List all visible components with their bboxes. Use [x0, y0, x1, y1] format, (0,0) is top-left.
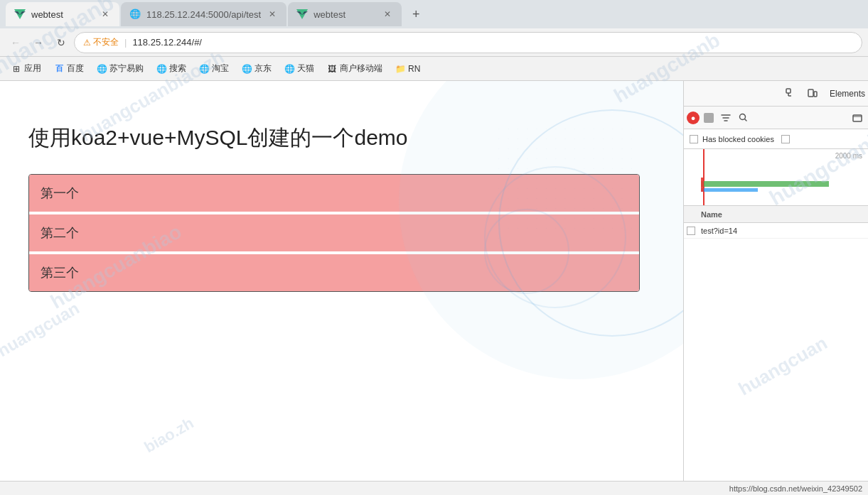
tab-label-2: 118.25.12.244:5000/api/test [146, 9, 261, 20]
bookmark-jd[interactable]: 🌐 京东 [236, 60, 277, 77]
device-toolbar-icon[interactable] [803, 84, 823, 104]
bookmark-apps[interactable]: ⊞ 应用 [6, 60, 47, 77]
bookmark-baidu-label: 百度 [67, 62, 84, 75]
reload-button[interactable]: ↻ [51, 33, 71, 53]
network-list-header: Name [684, 206, 868, 223]
back-button[interactable]: ← [6, 33, 26, 53]
tmall-icon: 🌐 [284, 64, 294, 74]
has-blocked-cookies-checkbox[interactable] [690, 135, 698, 143]
security-warning: ⚠ 不安全 [83, 36, 119, 48]
net-item-name-1: test?id=14 [701, 227, 865, 235]
filter-network-icon[interactable] [718, 110, 734, 126]
has-blocked-cookies-label: Has blocked cookies [702, 135, 774, 143]
timeline-svg [684, 149, 868, 205]
address-bar[interactable]: ⚠ 不安全 | 118.25.12.244/#/ [74, 32, 862, 53]
list-item-1: 第一个 [29, 175, 639, 214]
tab-close-3[interactable]: ✕ [382, 9, 393, 20]
bookmark-baidu[interactable]: 百 百度 [48, 60, 90, 77]
clear-network-button[interactable] [704, 113, 714, 123]
bookmark-apps-label: 应用 [24, 62, 41, 75]
new-tab-button[interactable]: + [406, 4, 426, 24]
record-network-button[interactable]: ● [687, 111, 700, 124]
list-item-2-text: 第二个 [41, 226, 79, 240]
security-label: 不安全 [93, 36, 119, 48]
bookmark-merchant[interactable]: 🖼 商户移动端 [321, 60, 388, 77]
status-bar: https://blog.csdn.net/weixin_42349502 [0, 481, 868, 495]
status-url: https://blog.csdn.net/weixin_42349502 [729, 484, 862, 493]
tab-webtest-3[interactable]: webtest ✕ [288, 2, 402, 26]
vue-favicon-3 [296, 9, 308, 20]
forward-button[interactable]: → [28, 33, 48, 53]
svg-rect-8 [814, 92, 817, 97]
inspect-element-icon[interactable] [781, 84, 801, 104]
svg-rect-12 [701, 181, 829, 187]
apps-grid-icon: ⊞ [11, 64, 21, 74]
bookmark-search-label: 搜索 [169, 62, 186, 75]
jd-icon: 🌐 [242, 64, 252, 74]
address-divider: | [124, 37, 127, 48]
tab-webtest-1[interactable]: webtest ✕ [6, 2, 119, 26]
bookmark-rn[interactable]: 📁 RN [390, 61, 426, 77]
devtools-panel: Elements ● [683, 81, 868, 495]
list-item-1-text: 第一个 [41, 186, 79, 200]
devtools-toolbar: Elements [684, 81, 868, 107]
svg-rect-10 [853, 115, 862, 121]
bookmark-search[interactable]: 🌐 搜索 [151, 60, 192, 77]
list-item-3: 第三个 [29, 254, 639, 291]
browser-chrome: webtest ✕ 🌐 118.25.12.244:5000/api/test … [0, 0, 868, 81]
merchant-icon: 🖼 [327, 64, 337, 74]
bookmark-jd-label: 京东 [254, 62, 272, 75]
tab-close-2[interactable]: ✕ [267, 9, 278, 20]
bookmark-suning[interactable]: 🌐 苏宁易购 [91, 60, 149, 77]
elements-tab-label[interactable]: Elements [830, 89, 865, 99]
filter-row: Has blocked cookies [684, 129, 868, 149]
main-area: · · · · · · · · · · · · · · · · · · · · … [0, 81, 868, 495]
baidu-icon: 百 [54, 64, 64, 74]
address-bar-row: ← → ↻ ⚠ 不安全 | 118.25.12.244/#/ [0, 28, 868, 57]
svg-rect-14 [701, 178, 704, 192]
page-content: · · · · · · · · · · · · · · · · · · · · … [0, 81, 683, 495]
name-column-header: Name [701, 210, 865, 219]
search-network-icon[interactable] [735, 110, 751, 126]
svg-rect-13 [701, 188, 758, 192]
list-item-2: 第二个 [29, 214, 639, 254]
search-bm-icon: 🌐 [156, 64, 166, 74]
taobao-icon: 🌐 [199, 64, 209, 74]
tab-close-1[interactable]: ✕ [100, 9, 111, 20]
rn-folder-icon: 📁 [395, 64, 405, 74]
bookmarks-bar: ⊞ 应用 百 百度 🌐 苏宁易购 🌐 搜索 🌐 淘宝 🌐 京东 🌐 天猫 🖼 [0, 57, 868, 81]
tab-bar: webtest ✕ 🌐 118.25.12.244:5000/api/test … [0, 0, 868, 28]
suning-icon: 🌐 [97, 64, 107, 74]
bookmark-merchant-label: 商户移动端 [340, 62, 382, 75]
warning-triangle-icon: ⚠ [83, 38, 91, 48]
bookmark-taobao[interactable]: 🌐 淘宝 [193, 60, 235, 77]
tab-label-1: webtest [31, 9, 94, 20]
bookmark-suning-label: 苏宁易购 [109, 62, 144, 75]
timeline-area: 2000 ms [684, 149, 868, 206]
page-title: 使用koa2+vue+MySQL创建的一个demo [28, 124, 655, 153]
svg-rect-6 [786, 89, 791, 93]
list-item-3-text: 第三个 [41, 266, 79, 280]
net-item-checkbox-1[interactable] [687, 227, 701, 235]
tab-label-3: webtest [314, 9, 376, 20]
globe-favicon-2: 🌐 [129, 9, 141, 20]
address-url: 118.25.12.244/#/ [132, 37, 202, 48]
extra-filter-checkbox[interactable] [781, 135, 790, 143]
devtools-network-toolbar: ● [684, 107, 868, 129]
bookmark-tmall-label: 天猫 [297, 62, 314, 75]
bookmark-taobao-label: 淘宝 [212, 62, 229, 75]
network-list-item-1[interactable]: test?id=14 [684, 223, 868, 239]
list-container: 第一个 第二个 第三个 [28, 174, 640, 292]
bookmark-tmall[interactable]: 🌐 天猫 [279, 60, 320, 77]
screenshot-icon[interactable] [850, 110, 865, 126]
svg-rect-7 [808, 89, 813, 97]
vue-favicon-1 [14, 9, 26, 20]
tab-api-test[interactable]: 🌐 118.25.12.244:5000/api/test ✕ [121, 2, 286, 26]
bookmark-rn-label: RN [408, 64, 420, 74]
